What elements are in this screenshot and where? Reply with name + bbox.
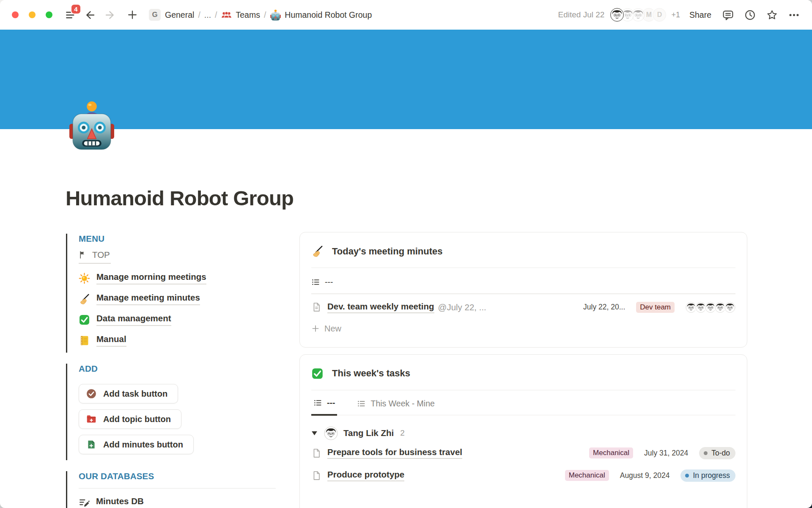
tasks-card-header: This week's tasks xyxy=(311,355,735,390)
menu-link-data-management[interactable]: Data management xyxy=(79,313,299,326)
category-tag: Mechanical xyxy=(589,447,633,458)
tasks-view-tab-all[interactable]: --- xyxy=(311,398,337,416)
databases-block: OUR DATABASES Minutes DB xyxy=(66,471,299,508)
menu-link-label: Manage meeting minutes xyxy=(96,293,200,305)
minutes-db-link[interactable]: Minutes DB xyxy=(79,496,299,508)
fullscreen-button[interactable] xyxy=(46,11,52,18)
plus-icon xyxy=(126,9,138,21)
add-topic-button[interactable]: Add topic button xyxy=(79,409,181,429)
meeting-row-title: Dev. team weekly meeting xyxy=(327,301,434,313)
category-tag: Mechanical xyxy=(565,470,609,481)
ledger-icon xyxy=(79,335,90,346)
breadcrumb-separator: / xyxy=(194,10,204,20)
menu-link-label: TOP xyxy=(92,250,110,260)
breadcrumb-separator: / xyxy=(211,10,221,20)
database-pencil-icon xyxy=(79,497,90,508)
traffic-lights xyxy=(12,11,52,18)
menu-link-top[interactable]: TOP xyxy=(79,248,111,264)
breadcrumb-ellipsis[interactable]: ... xyxy=(204,10,211,20)
breadcrumb-teams[interactable]: Teams xyxy=(236,10,260,20)
writing-hand-icon xyxy=(79,293,90,305)
add-button-label: Add minutes button xyxy=(103,440,183,450)
breadcrumb-separator: / xyxy=(260,10,270,20)
list-view-icon xyxy=(311,278,320,287)
breadcrumb: G General / ... / Teams / xyxy=(143,9,372,21)
updates-button[interactable] xyxy=(743,8,756,21)
page-file-icon xyxy=(311,470,322,481)
more-options-button[interactable] xyxy=(787,8,800,21)
due-date: August 9, 2024 xyxy=(620,471,670,480)
menu-link-label: Manual xyxy=(96,334,126,347)
back-arrow-icon xyxy=(84,9,96,21)
tasks-card-title: This week's tasks xyxy=(332,368,410,379)
close-button[interactable] xyxy=(12,11,19,18)
menu-link-manual[interactable]: Manual xyxy=(79,334,299,347)
minutes-file-icon xyxy=(86,439,97,450)
teams-group-icon xyxy=(221,9,232,21)
meeting-row-properties: July 22, 20... Dev team xyxy=(583,302,735,313)
menu-link-label: Manage morning meetings xyxy=(96,272,206,284)
status-label: To-do xyxy=(711,449,730,458)
presence-avatars[interactable]: M D xyxy=(610,8,666,22)
favorite-button[interactable] xyxy=(765,8,778,21)
tasks-view-tabs: --- This Week - Mine xyxy=(311,390,735,415)
sidebar-toggle-button[interactable]: 4 xyxy=(63,8,78,22)
page-right-column: Today's meeting minutes --- xyxy=(299,232,748,508)
back-button[interactable] xyxy=(83,8,97,22)
task-title: Prepare tools for business travel xyxy=(327,447,462,459)
page-robot-icon[interactable] xyxy=(69,101,114,151)
workspace-chip[interactable]: G xyxy=(149,9,161,21)
minutes-card-title: Today's meeting minutes xyxy=(332,246,443,257)
view-tab-label: This Week - Mine xyxy=(370,399,434,409)
menu-link-meeting-minutes[interactable]: Manage meeting minutes xyxy=(79,293,299,305)
task-row[interactable]: Produce prototype Mechanical August 9, 2… xyxy=(311,464,735,487)
status-badge: In progress xyxy=(680,469,735,482)
presence-overflow-count: +1 xyxy=(671,11,680,19)
robot-emoji-icon xyxy=(270,9,281,21)
status-badge: To-do xyxy=(699,447,735,459)
databases-heading: OUR DATABASES xyxy=(79,471,299,481)
task-properties: Mechanical July 31, 2024 To-do xyxy=(589,447,735,459)
topbar-right: Edited Jul 22 M D +1 Share xyxy=(558,8,800,22)
breadcrumb-current-page[interactable]: Humanoid Robot Group xyxy=(285,10,372,20)
page-left-column: MENU TOP xyxy=(66,232,299,508)
ellipsis-icon xyxy=(788,9,800,21)
add-minutes-button[interactable]: Add minutes button xyxy=(79,435,194,454)
minutes-view-tab[interactable]: --- xyxy=(311,277,333,287)
new-meeting-button[interactable]: New xyxy=(311,318,735,347)
add-task-button[interactable]: Add task button xyxy=(79,384,178,403)
collapse-triangle-icon[interactable] xyxy=(311,431,318,436)
attendee-avatar xyxy=(724,302,735,313)
plus-icon xyxy=(311,324,320,333)
forward-arrow-icon xyxy=(104,9,116,21)
new-page-button[interactable] xyxy=(125,8,140,22)
breadcrumb-general[interactable]: General xyxy=(165,10,194,20)
minimize-button[interactable] xyxy=(29,11,36,18)
meeting-row[interactable]: Dev. team weekly meeting @July 22, ... J… xyxy=(311,294,735,318)
page-body: MENU TOP xyxy=(66,232,748,508)
meeting-date-mention: @July 22, ... xyxy=(438,302,486,312)
database-link-label: Minutes DB xyxy=(96,496,144,508)
share-button[interactable]: Share xyxy=(689,10,711,20)
list-view-icon xyxy=(357,399,366,408)
menu-link-label: Data management xyxy=(96,313,171,326)
assignee-name: Tang Lik Zhi xyxy=(343,428,394,438)
status-dot-icon xyxy=(704,451,708,455)
new-button-label: New xyxy=(324,324,341,334)
assignee-group-header: Tang Lik Zhi 2 xyxy=(311,415,735,442)
check-mark-icon xyxy=(79,314,90,326)
tasks-view-tab-this-week-mine[interactable]: This Week - Mine xyxy=(355,399,436,415)
menu-link-morning-meetings[interactable]: Manage morning meetings xyxy=(79,272,299,284)
task-title: Produce prototype xyxy=(327,469,404,481)
team-tag: Dev team xyxy=(636,302,675,313)
add-heading: ADD xyxy=(79,364,299,374)
comments-button[interactable] xyxy=(721,8,734,21)
status-dot-icon xyxy=(685,474,689,478)
assignee-avatar xyxy=(324,426,338,440)
forward-button[interactable] xyxy=(102,8,117,22)
page-file-icon xyxy=(311,302,322,312)
writing-hand-icon xyxy=(311,245,324,257)
task-row[interactable]: Prepare tools for business travel Mechan… xyxy=(311,442,735,464)
topic-folder-icon xyxy=(86,414,97,425)
group-count: 2 xyxy=(400,428,405,438)
